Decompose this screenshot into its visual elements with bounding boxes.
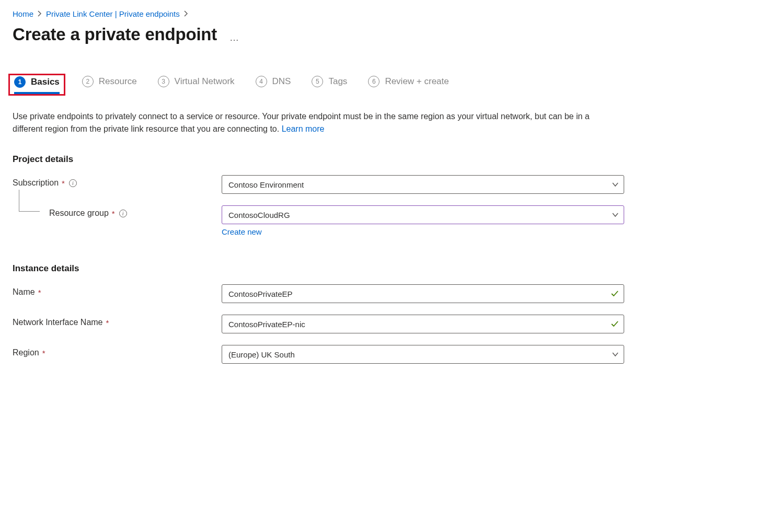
label-nic-name: Network Interface Name: [13, 318, 103, 327]
resource-group-select[interactable]: [222, 205, 624, 224]
tab-number-icon: 4: [256, 76, 267, 87]
nic-name-input[interactable]: [222, 315, 624, 333]
tab-virtual-network[interactable]: 3 Virtual Network: [158, 76, 235, 94]
chevron-right-icon: [38, 10, 42, 18]
tab-dns[interactable]: 4 DNS: [256, 76, 291, 94]
breadcrumb-private-link-center[interactable]: Private Link Center | Private endpoints: [46, 9, 180, 18]
tab-description: Use private endpoints to privately conne…: [13, 110, 619, 135]
form-row-subscription: Subscription * i: [13, 175, 745, 194]
tab-basics[interactable]: 1 Basics: [14, 76, 60, 94]
info-icon[interactable]: i: [69, 179, 77, 187]
chevron-right-icon: [184, 10, 188, 18]
highlight-box: 1 Basics: [8, 74, 65, 96]
tab-number-icon: 5: [312, 76, 323, 87]
page-title: Create a private endpoint: [13, 25, 217, 44]
page-header: Create a private endpoint …: [13, 25, 745, 44]
tab-tags[interactable]: 5 Tags: [312, 76, 347, 94]
tab-label: DNS: [272, 76, 291, 87]
name-input[interactable]: [222, 284, 624, 303]
tab-number-icon: 6: [368, 76, 380, 87]
overflow-icon[interactable]: …: [229, 32, 240, 43]
label-subscription: Subscription: [13, 178, 59, 188]
section-heading-project-details: Project details: [13, 154, 745, 165]
tab-label: Basics: [31, 77, 60, 87]
section-heading-instance-details: Instance details: [13, 263, 745, 274]
learn-more-link[interactable]: Learn more: [282, 124, 325, 133]
tab-number-icon: 3: [158, 76, 169, 87]
required-indicator-icon: *: [42, 349, 45, 357]
breadcrumb: Home Private Link Center | Private endpo…: [13, 9, 745, 18]
required-indicator-icon: *: [112, 209, 115, 218]
tab-number-icon: 2: [82, 76, 94, 87]
required-indicator-icon: *: [62, 179, 65, 188]
subscription-select[interactable]: [222, 175, 624, 194]
tab-label: Resource: [99, 76, 137, 87]
form-row-resource-group: Resource group * i Create new: [13, 205, 745, 236]
tab-resource[interactable]: 2 Resource: [82, 76, 137, 94]
tab-number-icon: 1: [14, 76, 26, 88]
label-region: Region: [13, 348, 39, 357]
region-select[interactable]: [222, 345, 624, 364]
info-icon[interactable]: i: [119, 210, 127, 217]
tab-review-create[interactable]: 6 Review + create: [368, 76, 449, 94]
tab-label: Tags: [328, 76, 347, 87]
form-row-region: Region *: [13, 345, 745, 364]
create-new-link[interactable]: Create new: [222, 227, 262, 236]
required-indicator-icon: *: [38, 288, 41, 297]
tab-label: Virtual Network: [175, 76, 235, 87]
wizard-tabs: 1 Basics 2 Resource 3 Virtual Network 4 …: [13, 74, 745, 96]
indent-line-icon: [19, 190, 40, 212]
tab-label: Review + create: [385, 76, 449, 87]
label-resource-group: Resource group: [49, 209, 109, 218]
breadcrumb-home[interactable]: Home: [13, 9, 33, 18]
required-indicator-icon: *: [106, 318, 109, 327]
form-row-nic-name: Network Interface Name *: [13, 315, 745, 333]
form-row-name: Name *: [13, 284, 745, 303]
label-name: Name: [13, 287, 35, 297]
